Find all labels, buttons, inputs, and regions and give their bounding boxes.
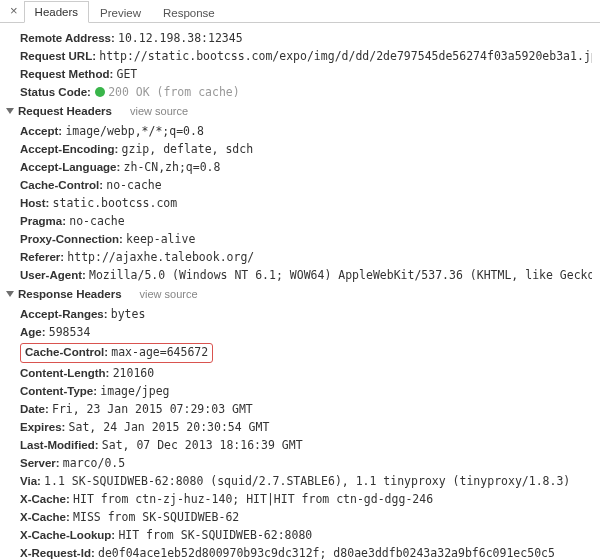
res-date-label: Date: xyxy=(20,403,49,415)
res-x-request-id-row: X-Request-Id: de0f04ace1eb52d800970b93c9… xyxy=(20,544,592,559)
req-accept-label: Accept: xyxy=(20,125,62,137)
res-expires-row: Expires: Sat, 24 Jan 2015 20:30:54 GMT xyxy=(20,418,592,436)
req-user-agent-value: Mozilla/5.0 (Windows NT 6.1; WOW64) Appl… xyxy=(89,268,592,282)
tab-headers[interactable]: Headers xyxy=(24,1,89,23)
tabs-bar: × Headers Preview Response xyxy=(0,0,600,23)
res-x-cache-lookup-row: X-Cache-Lookup: HIT from SK-SQUIDWEB-62:… xyxy=(20,526,592,544)
res-last-modified-row: Last-Modified: Sat, 07 Dec 2013 18:16:39… xyxy=(20,436,592,454)
res-cache-control-value: max-age=645672 xyxy=(111,345,208,359)
view-source-link[interactable]: view source xyxy=(140,286,198,303)
req-referer-row: Referer: http://ajaxhe.talebook.org/ xyxy=(20,248,592,266)
req-pragma-row: Pragma: no-cache xyxy=(20,212,592,230)
status-code-value: 200 OK (from cache) xyxy=(108,85,240,99)
res-via-row: Via: 1.1 SK-SQUIDWEB-62:8080 (squid/2.7.… xyxy=(20,472,592,490)
req-proxy-connection-label: Proxy-Connection: xyxy=(20,233,123,245)
request-method-value: GET xyxy=(116,67,137,81)
req-accept-language-label: Accept-Language: xyxy=(20,161,120,173)
triangle-down-icon xyxy=(6,108,14,114)
res-x-cache-2-row: X-Cache: MISS from SK-SQUIDWEB-62 xyxy=(20,508,592,526)
res-accept-ranges-label: Accept-Ranges: xyxy=(20,308,108,320)
res-age-row: Age: 598534 xyxy=(20,323,592,341)
res-expires-value: Sat, 24 Jan 2015 20:30:54 GMT xyxy=(69,420,270,434)
tab-response[interactable]: Response xyxy=(152,2,226,23)
res-accept-ranges-value: bytes xyxy=(111,307,146,321)
view-source-link[interactable]: view source xyxy=(130,103,188,120)
request-method-label: Request Method: xyxy=(20,68,113,80)
res-date-value: Fri, 23 Jan 2015 07:29:03 GMT xyxy=(52,402,253,416)
status-code-label: Status Code: xyxy=(20,86,91,98)
res-content-length-value: 210160 xyxy=(113,366,155,380)
res-age-label: Age: xyxy=(20,326,46,338)
req-proxy-connection-row: Proxy-Connection: keep-alive xyxy=(20,230,592,248)
res-x-cache-1-row: X-Cache: HIT from ctn-zj-huz-140; HIT|HI… xyxy=(20,490,592,508)
req-referer-value: http://ajaxhe.talebook.org/ xyxy=(67,250,254,264)
req-cache-control-row: Cache-Control: no-cache xyxy=(20,176,592,194)
res-last-modified-label: Last-Modified: xyxy=(20,439,99,451)
tab-preview[interactable]: Preview xyxy=(89,2,152,23)
res-server-row: Server: marco/0.5 xyxy=(20,454,592,472)
res-last-modified-value: Sat, 07 Dec 2013 18:16:39 GMT xyxy=(102,438,303,452)
request-method-row: Request Method: GET xyxy=(20,65,592,83)
res-cache-control-row: Cache-Control: max-age=645672 xyxy=(20,341,592,364)
res-cache-control-label: Cache-Control: xyxy=(25,346,108,358)
res-x-request-id-value: de0f04ace1eb52d800970b93c9dc312f; d80ae3… xyxy=(98,546,555,560)
res-x-cache-1-label: X-Cache: xyxy=(20,493,70,505)
status-code-row: Status Code: 200 OK (from cache) xyxy=(20,83,592,101)
triangle-down-icon xyxy=(6,291,14,297)
res-server-value: marco/0.5 xyxy=(63,456,125,470)
req-accept-encoding-row: Accept-Encoding: gzip, deflate, sdch xyxy=(20,140,592,158)
req-referer-label: Referer: xyxy=(20,251,64,263)
req-host-label: Host: xyxy=(20,197,49,209)
response-headers-section[interactable]: Response Headers view source xyxy=(6,284,592,305)
req-pragma-value: no-cache xyxy=(69,214,124,228)
req-host-row: Host: static.bootcss.com xyxy=(20,194,592,212)
remote-address-row: Remote Address: 10.12.198.38:12345 xyxy=(20,29,592,47)
request-url-label: Request URL: xyxy=(20,50,96,62)
res-x-cache-2-value: MISS from SK-SQUIDWEB-62 xyxy=(73,510,239,524)
res-date-row: Date: Fri, 23 Jan 2015 07:29:03 GMT xyxy=(20,400,592,418)
close-icon[interactable]: × xyxy=(4,1,24,21)
req-accept-language-value: zh-CN,zh;q=0.8 xyxy=(124,160,221,174)
req-accept-encoding-label: Accept-Encoding: xyxy=(20,143,118,155)
res-content-length-row: Content-Length: 210160 xyxy=(20,364,592,382)
highlighted-cache-control: Cache-Control: max-age=645672 xyxy=(20,343,213,363)
res-x-cache-1-value: HIT from ctn-zj-huz-140; HIT|HIT from ct… xyxy=(73,492,433,506)
req-pragma-label: Pragma: xyxy=(20,215,66,227)
res-x-cache-lookup-value: HIT from SK-SQUIDWEB-62:8080 xyxy=(118,528,312,542)
res-via-label: Via: xyxy=(20,475,41,487)
req-accept-row: Accept: image/webp,*/*;q=0.8 xyxy=(20,122,592,140)
request-url-value: http://static.bootcss.com/expo/img/d/dd/… xyxy=(99,49,592,63)
req-user-agent-row: User-Agent: Mozilla/5.0 (Windows NT 6.1;… xyxy=(20,266,592,284)
req-accept-language-row: Accept-Language: zh-CN,zh;q=0.8 xyxy=(20,158,592,176)
status-dot-icon xyxy=(95,87,105,97)
req-accept-encoding-value: gzip, deflate, sdch xyxy=(122,142,254,156)
res-expires-label: Expires: xyxy=(20,421,65,433)
res-x-cache-lookup-label: X-Cache-Lookup: xyxy=(20,529,115,541)
request-headers-title: Request Headers xyxy=(18,103,112,120)
res-via-value: 1.1 SK-SQUIDWEB-62:8080 (squid/2.7.STABL… xyxy=(44,474,570,488)
res-server-label: Server: xyxy=(20,457,60,469)
res-age-value: 598534 xyxy=(49,325,91,339)
res-accept-ranges-row: Accept-Ranges: bytes xyxy=(20,305,592,323)
res-content-type-row: Content-Type: image/jpeg xyxy=(20,382,592,400)
response-headers-title: Response Headers xyxy=(18,286,122,303)
req-proxy-connection-value: keep-alive xyxy=(126,232,195,246)
req-accept-value: image/webp,*/*;q=0.8 xyxy=(65,124,203,138)
req-cache-control-value: no-cache xyxy=(106,178,161,192)
res-content-length-label: Content-Length: xyxy=(20,367,109,379)
res-x-cache-2-label: X-Cache: xyxy=(20,511,70,523)
remote-address-value: 10.12.198.38:12345 xyxy=(118,31,243,45)
req-cache-control-label: Cache-Control: xyxy=(20,179,103,191)
res-x-request-id-label: X-Request-Id: xyxy=(20,547,95,559)
request-url-row: Request URL: http://static.bootcss.com/e… xyxy=(20,47,592,65)
remote-address-label: Remote Address: xyxy=(20,32,115,44)
req-host-value: static.bootcss.com xyxy=(53,196,178,210)
res-content-type-value: image/jpeg xyxy=(100,384,169,398)
headers-panel: Remote Address: 10.12.198.38:12345 Reque… xyxy=(0,23,600,559)
res-content-type-label: Content-Type: xyxy=(20,385,97,397)
req-user-agent-label: User-Agent: xyxy=(20,269,86,281)
request-headers-section[interactable]: Request Headers view source xyxy=(6,101,592,122)
